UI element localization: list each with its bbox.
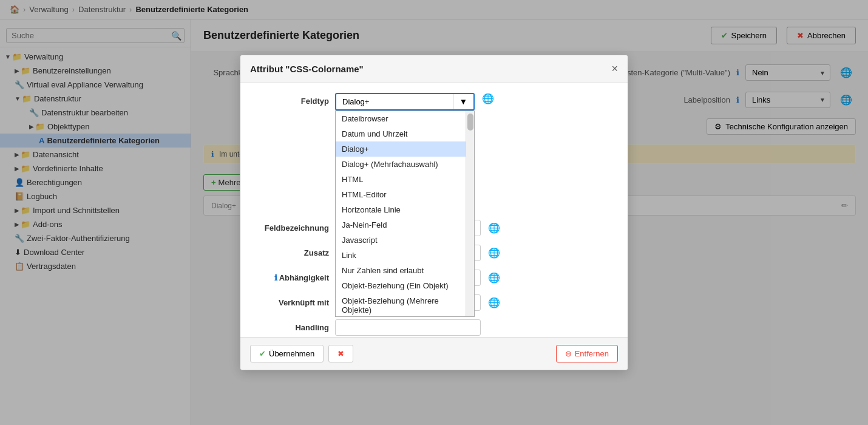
entfernen-button[interactable]: ⊖ Entfernen [556, 345, 618, 362]
option-objekt-beziehung-mehrere[interactable]: Objekt-Beziehung (Mehrere Objekte) [336, 293, 466, 317]
modal: Attribut "CSS-Colorname" × Feldtyp Dialo… [240, 55, 628, 370]
dropdown-list-container: Dateibrowser Datum und Uhrzeit Dialog+ D… [335, 110, 475, 317]
zusatz-globe-button[interactable]: 🌐 [488, 247, 500, 259]
entfernen-label: Entfernen [575, 349, 609, 358]
option-dialog-mehrfach[interactable]: Dialog+ (Mehrfachauswahl) [336, 157, 466, 172]
option-html-editor[interactable]: HTML-Editor [336, 187, 466, 202]
dropdown-list: Dateibrowser Datum und Uhrzeit Dialog+ D… [336, 111, 466, 316]
scrollbar-thumb [467, 114, 473, 131]
ubernehmen-check-icon: ✔ [259, 349, 266, 358]
option-ja-nein[interactable]: Ja-Nein-Feld [336, 217, 466, 233]
option-link[interactable]: Link [336, 248, 466, 263]
handling-label: Handling [250, 319, 329, 332]
option-javascript[interactable]: Javascript [336, 233, 466, 248]
modal-title: Attribut "CSS-Colorname" [250, 64, 364, 74]
abhaengigkeit-label-text: Abhängigkeit [279, 273, 329, 282]
feldbezeichnung-globe-button[interactable]: 🌐 [488, 222, 500, 234]
option-dateibrowser[interactable]: Dateibrowser [336, 111, 466, 126]
feldbezeichnung-label: Feldbezeichnung [250, 220, 329, 233]
abhaengigkeit-info-icon: ℹ [274, 273, 277, 282]
modal-row-feldtyp: Feldtyp Dialog+ ▼ Dateibrowser Datum und… [250, 93, 618, 110]
zusatz-label: Zusatz [250, 245, 329, 257]
feldtyp-value: Dialog+ [336, 94, 453, 109]
discard-x-icon: ✖ [337, 349, 344, 358]
modal-overlay: Attribut "CSS-Colorname" × Feldtyp Dialo… [0, 0, 868, 425]
abhaengigkeit-globe-button[interactable]: 🌐 [488, 272, 500, 284]
feldtyp-globe-button[interactable]: 🌐 [482, 93, 494, 104]
modal-body: Feldtyp Dialog+ ▼ Dateibrowser Datum und… [240, 83, 628, 337]
handling-input[interactable] [335, 319, 481, 336]
verknuepft-globe-button[interactable]: 🌐 [488, 297, 500, 308]
ubernehmen-button[interactable]: ✔ Übernehmen [250, 345, 324, 362]
option-dialog[interactable]: Dialog+ [336, 141, 466, 157]
modal-header: Attribut "CSS-Colorname" × [240, 55, 628, 83]
option-html[interactable]: HTML [336, 172, 466, 187]
modal-close-button[interactable]: × [611, 63, 618, 75]
minus-circle-icon: ⊖ [565, 349, 572, 358]
feldtyp-label: Feldtyp [250, 93, 329, 106]
dropdown-scrollbar [466, 111, 474, 316]
option-datum[interactable]: Datum und Uhrzeit [336, 126, 466, 141]
feldtyp-dropdown-arrow[interactable]: ▼ [453, 94, 473, 109]
modal-footer: ✔ Übernehmen ✖ ⊖ Entfernen [240, 337, 628, 370]
modal-row-handling: Handling [250, 319, 618, 336]
option-objekt-beziehung-ein[interactable]: Objekt-Beziehung (Ein Objekt) [336, 278, 466, 293]
discard-button[interactable]: ✖ [328, 345, 353, 362]
option-nur-zahlen[interactable]: Nur Zahlen sind erlaubt [336, 263, 466, 278]
ubernehmen-label: Übernehmen [269, 349, 314, 358]
verknuepft-label: Verknüpft mit [250, 294, 329, 307]
option-horizontale[interactable]: Horizontale Linie [336, 202, 466, 217]
abhaengigkeit-label: ℹ Abhängigkeit [250, 270, 329, 282]
